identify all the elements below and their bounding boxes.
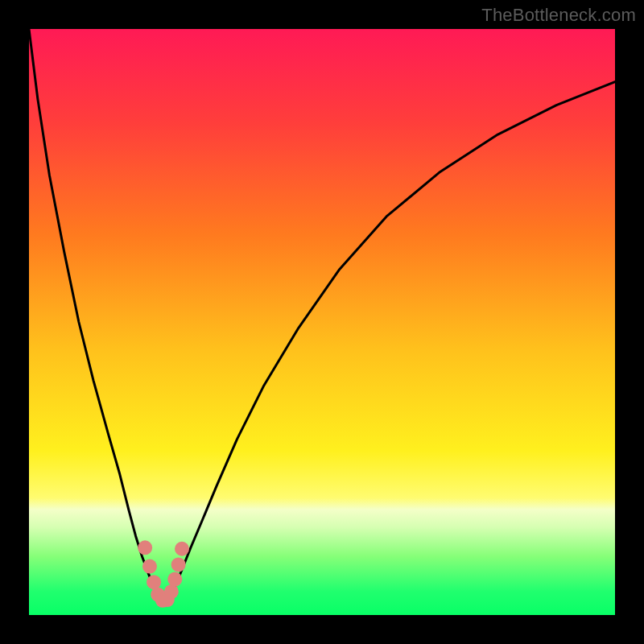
- chart-frame: TheBottleneck.com: [0, 0, 644, 644]
- marker-0: [138, 540, 152, 555]
- attribution-text: TheBottleneck.com: [481, 5, 636, 26]
- marker-2: [147, 575, 161, 589]
- marker-7: [167, 572, 182, 587]
- chart-svg: [29, 29, 615, 615]
- marker-6: [164, 584, 179, 599]
- gradient-background: [29, 29, 615, 615]
- marker-1: [142, 559, 157, 574]
- marker-9: [175, 542, 189, 556]
- plot-area: [29, 29, 615, 615]
- marker-8: [171, 557, 186, 572]
